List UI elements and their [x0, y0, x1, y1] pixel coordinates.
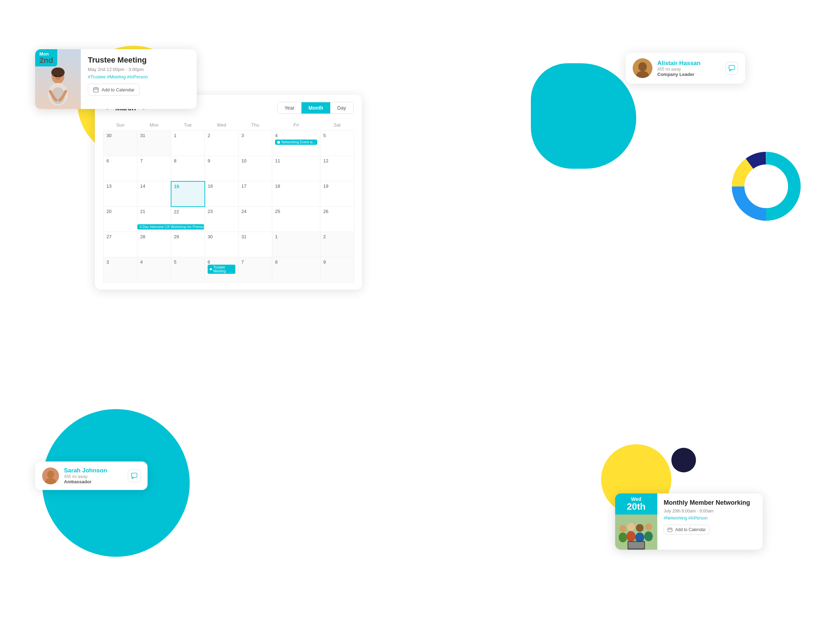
event-tags: #Trustee #Meeting #InPerson: [88, 74, 190, 80]
svg-point-26: [627, 523, 635, 531]
chat-button-alistair[interactable]: [726, 62, 738, 75]
day-cell-2[interactable]: 2: [205, 131, 239, 156]
svg-point-10: [55, 75, 57, 77]
day-cell-18[interactable]: 18: [272, 181, 320, 207]
svg-point-5: [744, 164, 788, 208]
day-cell-4[interactable]: 4 Networking Event w...: [272, 131, 320, 156]
event-networking[interactable]: Networking Event w...: [275, 140, 317, 145]
day-cell-8-next[interactable]: 8: [272, 257, 320, 283]
day-cell-11[interactable]: 11: [272, 156, 320, 181]
event-card-trustee: Mon 2nd: [35, 49, 197, 109]
day-cell-23[interactable]: 23: [205, 207, 239, 232]
table-row: 13 14 15 16 17 18 19: [104, 181, 354, 207]
day-cell-1[interactable]: 1: [171, 131, 205, 156]
day-cell-13[interactable]: 13: [104, 181, 137, 207]
col-sat: Sat: [320, 119, 354, 131]
day-cell-9-next[interactable]: 9: [320, 257, 354, 283]
day-cell-31[interactable]: 31: [239, 232, 272, 257]
profile-info-sarah: Sarah Johnson 455 mi away Ambassador: [64, 467, 123, 485]
profile-card-alistair: Alistair Hassan 455 mi away Company Lead…: [626, 53, 745, 84]
day-cell-14[interactable]: 14: [137, 181, 171, 207]
avatar-photo-alistair: [633, 58, 652, 78]
event-day-num: 2nd: [39, 57, 53, 64]
day-cell-3-next[interactable]: 3: [104, 257, 137, 283]
day-cell-19[interactable]: 19: [320, 181, 354, 207]
day-cell-25[interactable]: 25: [272, 207, 320, 232]
event-card-networking: Wed 20th: [615, 494, 763, 550]
day-cell-17[interactable]: 17: [239, 181, 272, 207]
event-workshop[interactable]: 3-Day Intensive UX Workshop for Premium …: [137, 224, 204, 230]
event-card-body: Trustee Meeting May 2nd 12:00pm - 3:00pm…: [81, 49, 197, 109]
day-cell-3[interactable]: 3: [239, 131, 272, 156]
day-cell-28[interactable]: 28: [137, 232, 171, 257]
day-cell-7-next[interactable]: 7: [239, 257, 272, 283]
day-cell-31-prev[interactable]: 31: [137, 131, 171, 156]
avatar-photo-sarah: [42, 468, 59, 485]
svg-rect-33: [628, 542, 644, 548]
event-card-bottom-body: Monthly Member Networking July 20th 8:00…: [657, 494, 763, 550]
profile-name-alistair: Alistair Hassan: [657, 60, 721, 67]
avatar-alistair: [633, 58, 652, 78]
view-month-button[interactable]: Month: [301, 102, 330, 113]
day-cell-1-next[interactable]: 1: [272, 232, 320, 257]
donut-chart: [727, 147, 805, 225]
profile-name-sarah: Sarah Johnson: [64, 467, 123, 474]
profile-role-alistair: Company Leader: [657, 72, 721, 77]
event-dot: [277, 141, 280, 144]
day-cell-9[interactable]: 9: [205, 156, 239, 181]
day-cell-26[interactable]: 26: [320, 207, 354, 232]
col-fri: Fri: [272, 119, 320, 131]
event-workshop-label: 3-Day Intensive UX Workshop for Premium …: [140, 225, 204, 229]
svg-rect-12: [93, 88, 98, 92]
day-cell-16[interactable]: 16: [205, 181, 239, 207]
event-datetime: May 2nd 12:00pm - 3:00pm: [88, 67, 190, 72]
day-cell-30[interactable]: 30: [205, 232, 239, 257]
event-networking-label: Networking Event w...: [281, 140, 315, 144]
day-cell-4-next[interactable]: 4: [137, 257, 171, 283]
svg-point-31: [644, 531, 653, 541]
chat-icon: [729, 65, 735, 71]
event-networking-tags: #Networking #InPerson: [664, 516, 756, 521]
day-cell-8[interactable]: 8: [171, 156, 205, 181]
profile-info-alistair: Alistair Hassan 455 mi away Company Lead…: [657, 60, 721, 77]
svg-point-21: [47, 471, 54, 479]
event-title: Trustee Meeting: [88, 56, 190, 65]
svg-rect-34: [668, 528, 672, 532]
calendar-card: ‹ March › Year Month Day Sun Mon Tue Wed…: [95, 95, 362, 290]
col-mon: Mon: [137, 119, 171, 131]
day-cell-24[interactable]: 24: [239, 207, 272, 232]
table-row: 6 7 8 9 10 11 12: [104, 156, 354, 181]
chat-icon-sarah: [131, 473, 137, 479]
day-cell-5-next[interactable]: 5: [171, 257, 205, 283]
day-cell-30-prev[interactable]: 30: [104, 131, 137, 156]
svg-point-30: [645, 523, 652, 530]
view-year-button[interactable]: Year: [278, 102, 301, 113]
day-cell-15-today[interactable]: 15: [171, 181, 205, 207]
add-to-calendar-networking-button[interactable]: Add to Calendar: [664, 525, 710, 534]
day-cell-10[interactable]: 10: [239, 156, 272, 181]
table-row: 30 31 1 2 3 4 Networking Event w... 5: [104, 131, 354, 156]
day-cell-21[interactable]: 21 3-Day Intensive UX Workshop for Premi…: [137, 207, 171, 232]
day-cell-12[interactable]: 12: [320, 156, 354, 181]
chat-button-sarah[interactable]: [128, 470, 141, 482]
svg-rect-19: [729, 65, 735, 69]
view-day-button[interactable]: Day: [330, 102, 353, 113]
event-trustee-small[interactable]: Trustee Meeting: [207, 265, 235, 274]
day-cell-5[interactable]: 5: [320, 131, 354, 156]
event-dot-small: [210, 268, 212, 270]
day-cell-7[interactable]: 7: [137, 156, 171, 181]
day-cell-27[interactable]: 27: [104, 232, 137, 257]
add-calendar-label: Add to Calendar: [102, 87, 135, 92]
col-wed: Wed: [205, 119, 239, 131]
add-to-calendar-button[interactable]: Add to Calendar: [88, 84, 140, 96]
day-cell-2-next[interactable]: 2: [320, 232, 354, 257]
event-date-badge: Mon 2nd: [35, 49, 57, 66]
day-cell-20[interactable]: 20: [104, 207, 137, 232]
svg-rect-23: [131, 473, 137, 477]
calendar-icon: [93, 87, 99, 92]
wed-date: 20th: [619, 502, 653, 511]
day-cell-6-next[interactable]: 6 Trustee Meeting: [205, 257, 239, 283]
day-cell-29[interactable]: 29: [171, 232, 205, 257]
day-cell-6[interactable]: 6: [104, 156, 137, 181]
col-sun: Sun: [104, 119, 137, 131]
